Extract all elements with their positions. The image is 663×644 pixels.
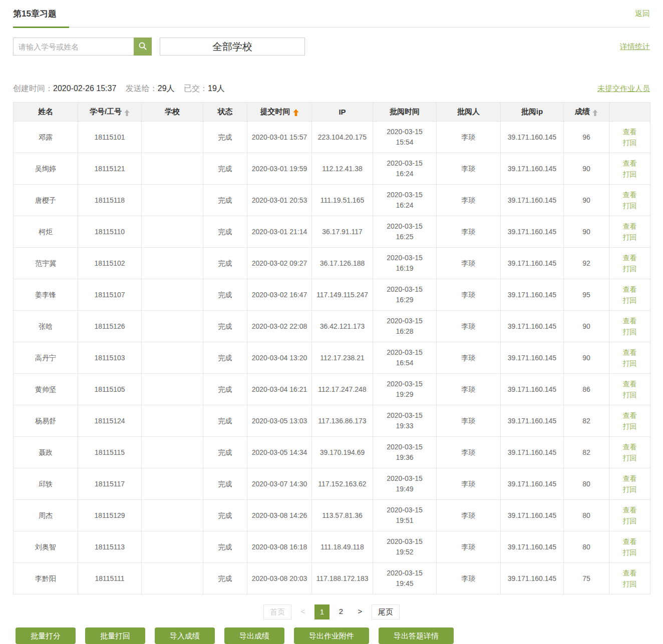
- cell-school: [142, 405, 203, 437]
- cell-name: 杨易舒: [14, 405, 78, 437]
- view-link[interactable]: 查看: [613, 315, 646, 326]
- cell-review-time: 2020-03-15 16:29: [373, 279, 437, 311]
- cell-review-ip: 39.171.160.145: [501, 342, 564, 374]
- reject-link[interactable]: 打回: [613, 515, 646, 526]
- cell-review-time: 2020-03-15 19:51: [373, 500, 437, 531]
- footer-actions: 批量打分 批量打回 导入成绩 导出成绩 导出作业附件 导出答题详情: [13, 627, 650, 644]
- reject-link[interactable]: 打回: [613, 421, 646, 432]
- created-time-label: 创建时间：: [13, 84, 53, 93]
- col-score[interactable]: 成绩: [564, 103, 609, 122]
- cell-ip: 112.17.247.248: [312, 374, 373, 405]
- school-filter-select[interactable]: 全部学校: [160, 38, 305, 56]
- reject-link[interactable]: 打回: [613, 547, 646, 558]
- reject-link[interactable]: 打回: [613, 358, 646, 369]
- view-link[interactable]: 查看: [613, 441, 646, 452]
- detail-stats-link[interactable]: 详情统计: [620, 42, 650, 52]
- reject-link[interactable]: 打回: [613, 326, 646, 337]
- view-link[interactable]: 查看: [613, 410, 646, 421]
- cell-submit-time: 2020-03-04 16:21: [247, 374, 312, 405]
- view-link[interactable]: 查看: [613, 189, 646, 200]
- reject-link[interactable]: 打回: [613, 137, 646, 148]
- table-row: 唐樱子 18115118 完成 2020-03-01 20:53 111.19.…: [14, 185, 650, 216]
- title-accent-bar: [13, 27, 69, 28]
- cell-name: 邱轶: [14, 468, 78, 500]
- view-link[interactable]: 查看: [613, 504, 646, 515]
- view-link[interactable]: 查看: [613, 378, 646, 389]
- reject-link[interactable]: 打回: [613, 169, 646, 180]
- export-answers-button[interactable]: 导出答题详情: [379, 627, 454, 644]
- view-link[interactable]: 查看: [613, 567, 646, 578]
- reject-link[interactable]: 打回: [613, 389, 646, 400]
- reject-link[interactable]: 打回: [613, 484, 646, 495]
- cell-school: [142, 185, 203, 216]
- unsubmitted-students-link[interactable]: 未提交作业人员: [597, 84, 650, 94]
- cell-student-id: 18115121: [78, 153, 142, 185]
- reject-link[interactable]: 打回: [613, 263, 646, 274]
- batch-reject-button[interactable]: 批量打回: [85, 627, 145, 644]
- pagination-page-2[interactable]: 2: [334, 604, 349, 619]
- cell-reviewer: 李琰: [437, 500, 501, 531]
- view-link[interactable]: 查看: [613, 473, 646, 484]
- cell-submit-time: 2020-03-01 21:14: [247, 216, 312, 248]
- cell-actions: 查看 打回: [609, 500, 650, 531]
- col-student-id[interactable]: 学号/工号: [78, 103, 142, 122]
- search-input[interactable]: [13, 38, 134, 56]
- cell-student-id: 18115113: [78, 531, 142, 563]
- table-row: 刘奥智 18115113 完成 2020-03-08 16:18 111.18.…: [14, 531, 650, 563]
- sort-asc-icon[interactable]: [124, 108, 130, 116]
- reject-link[interactable]: 打回: [613, 200, 646, 211]
- pagination: 首页 < 1 2 > 尾页: [13, 604, 650, 619]
- info-row: 创建时间：2020-02-26 15:37 发送给：29人 已交：19人 未提交…: [13, 84, 650, 94]
- cell-actions: 查看 打回: [609, 248, 650, 279]
- pagination-first[interactable]: 首页: [263, 604, 291, 619]
- cell-review-time: 2020-03-15 15:54: [373, 122, 437, 153]
- cell-review-ip: 39.171.160.145: [501, 468, 564, 500]
- pagination-page-1[interactable]: 1: [314, 604, 329, 619]
- view-link[interactable]: 查看: [613, 536, 646, 547]
- cell-submit-time: 2020-03-08 20:03: [247, 563, 312, 594]
- cell-reviewer: 李琰: [437, 437, 501, 468]
- view-link[interactable]: 查看: [613, 158, 646, 169]
- cell-name: 高丹宁: [14, 342, 78, 374]
- batch-grade-button[interactable]: 批量打分: [16, 627, 76, 644]
- reject-link[interactable]: 打回: [613, 452, 646, 463]
- col-submit-time[interactable]: 提交时间: [247, 103, 312, 122]
- export-scores-button[interactable]: 导出成绩: [224, 627, 284, 644]
- export-attachments-button[interactable]: 导出作业附件: [294, 627, 369, 644]
- cell-submit-time: 2020-03-01 15:57: [247, 122, 312, 153]
- import-scores-button[interactable]: 导入成绩: [155, 627, 215, 644]
- cell-name: 周杰: [14, 500, 78, 531]
- view-link[interactable]: 查看: [613, 284, 646, 295]
- cell-reviewer: 李琰: [437, 405, 501, 437]
- reject-link[interactable]: 打回: [613, 578, 646, 589]
- cell-status: 完成: [203, 405, 247, 437]
- view-link[interactable]: 查看: [613, 252, 646, 263]
- reject-link[interactable]: 打回: [613, 232, 646, 243]
- cell-ip: 36.17.91.117: [312, 216, 373, 248]
- cell-review-ip: 39.171.160.145: [501, 531, 564, 563]
- view-link[interactable]: 查看: [613, 221, 646, 232]
- cell-review-ip: 39.171.160.145: [501, 500, 564, 531]
- cell-score: 90: [564, 153, 609, 185]
- pagination-next[interactable]: >: [353, 604, 368, 619]
- view-link[interactable]: 查看: [613, 126, 646, 137]
- pagination-last[interactable]: 尾页: [372, 604, 400, 619]
- cell-review-ip: 39.171.160.145: [501, 185, 564, 216]
- pagination-prev[interactable]: <: [295, 604, 310, 619]
- cell-reviewer: 李琰: [437, 248, 501, 279]
- search-button[interactable]: [134, 38, 152, 56]
- cell-school: [142, 248, 203, 279]
- sort-asc-active-icon[interactable]: [293, 108, 299, 116]
- sort-asc-icon[interactable]: [592, 108, 598, 116]
- view-link[interactable]: 查看: [613, 347, 646, 358]
- cell-review-time: 2020-03-15 19:52: [373, 531, 437, 563]
- cell-name: 李黔阳: [14, 563, 78, 594]
- cell-student-id: 18115105: [78, 374, 142, 405]
- table-row: 高丹宁 18115103 完成 2020-03-04 13:20 112.17.…: [14, 342, 650, 374]
- back-link[interactable]: 返回: [635, 9, 650, 19]
- cell-status: 完成: [203, 311, 247, 342]
- cell-reviewer: 李琰: [437, 531, 501, 563]
- cell-score: 80: [564, 468, 609, 500]
- reject-link[interactable]: 打回: [613, 295, 646, 306]
- cell-reviewer: 李琰: [437, 468, 501, 500]
